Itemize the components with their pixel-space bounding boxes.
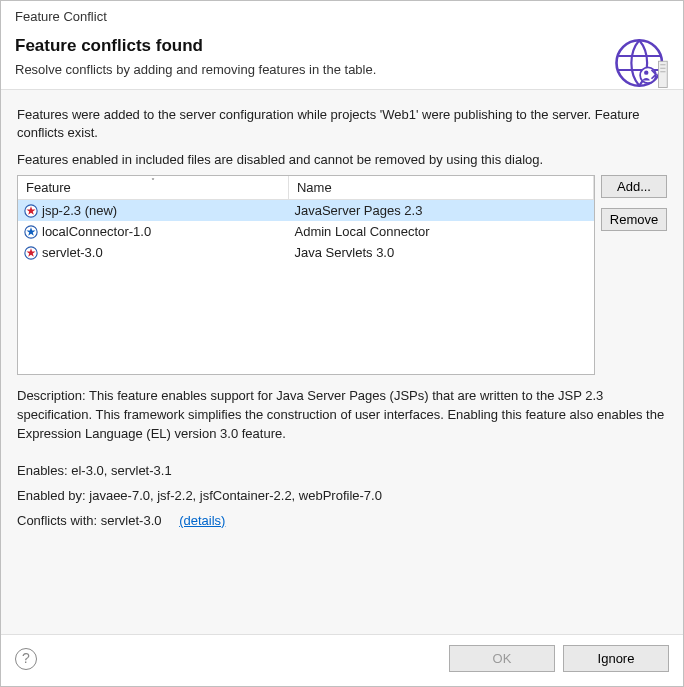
name-cell: Admin Local Connector	[288, 221, 593, 242]
globe-server-icon	[613, 35, 669, 91]
note-message: Features enabled in included files are d…	[17, 152, 667, 167]
help-icon[interactable]: ?	[15, 648, 37, 670]
feature-cell: servlet-3.0	[42, 245, 103, 260]
conflicts-label: Conflicts with:	[17, 513, 101, 528]
enables-text: el-3.0, servlet-3.1	[71, 463, 171, 478]
dialog-header: Feature Conflict Feature conflicts found…	[1, 1, 683, 89]
window-title: Feature Conflict	[15, 9, 669, 24]
dialog-body: Features were added to the server config…	[1, 89, 683, 635]
enabledby-label: Enabled by:	[17, 488, 89, 503]
details-link[interactable]: (details)	[179, 513, 225, 528]
name-cell: Java Servlets 3.0	[288, 242, 593, 263]
page-subtitle: Resolve conflicts by adding and removing…	[15, 62, 669, 77]
add-button[interactable]: Add...	[601, 175, 667, 198]
name-cell: JavaServer Pages 2.3	[288, 200, 593, 222]
column-header-name-label: Name	[297, 180, 332, 195]
ok-button[interactable]: OK	[449, 645, 555, 672]
remove-button[interactable]: Remove	[601, 208, 667, 231]
table-row[interactable]: localConnector-1.0Admin Local Connector	[18, 221, 594, 242]
feature-conflict-dialog: Feature Conflict Feature conflicts found…	[0, 0, 684, 687]
enabledby-text: javaee-7.0, jsf-2.2, jsfContainer-2.2, w…	[89, 488, 382, 503]
feature-cell: jsp-2.3 (new)	[42, 203, 117, 218]
sort-indicator-icon: ˅	[151, 177, 155, 186]
enables-label: Enables:	[17, 463, 71, 478]
table-row[interactable]: servlet-3.0Java Servlets 3.0	[18, 242, 594, 263]
features-table[interactable]: Feature ˅ Name jsp-2.3 (new)JavaServer P…	[17, 175, 595, 375]
intro-message: Features were added to the server config…	[17, 106, 667, 142]
table-row[interactable]: jsp-2.3 (new)JavaServer Pages 2.3	[18, 200, 594, 222]
feature-cell: localConnector-1.0	[42, 224, 151, 239]
description-block: Description: This feature enables suppor…	[17, 387, 667, 530]
column-header-feature-label: Feature	[26, 180, 71, 195]
column-header-name[interactable]: Name	[288, 176, 593, 200]
feature-icon	[24, 246, 38, 260]
description-label: Description:	[17, 388, 89, 403]
description-text: This feature enables support for Java Se…	[17, 388, 664, 441]
svg-point-2	[644, 70, 648, 74]
feature-icon	[24, 204, 38, 218]
page-title: Feature conflicts found	[15, 36, 669, 56]
conflicts-text: servlet-3.0	[101, 513, 162, 528]
svg-point-1	[640, 67, 656, 83]
dialog-footer: ? OK Ignore	[1, 635, 683, 686]
column-header-feature[interactable]: Feature ˅	[18, 176, 288, 200]
feature-icon	[24, 225, 38, 239]
ignore-button[interactable]: Ignore	[563, 645, 669, 672]
